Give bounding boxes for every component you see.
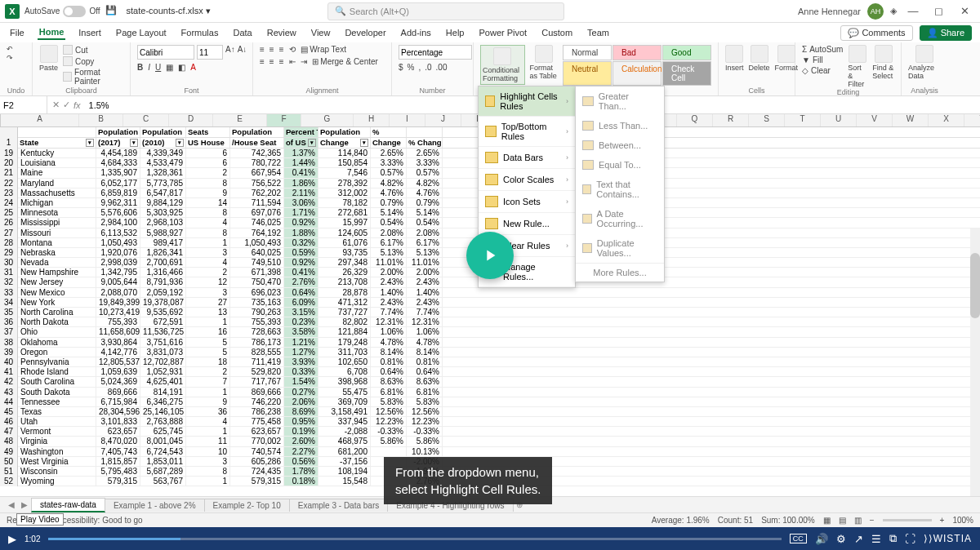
cell[interactable]: 4,454,189: [96, 149, 140, 157]
fullscreen-icon[interactable]: ⛶: [905, 533, 915, 545]
cell[interactable]: 750,470: [230, 277, 284, 286]
cell[interactable]: -37,156: [318, 457, 371, 466]
cell[interactable]: 6.17%: [371, 238, 407, 247]
cell[interactable]: -0.33%: [371, 427, 407, 436]
cell[interactable]: 4.78%: [407, 338, 443, 347]
tab-team[interactable]: Team: [586, 26, 611, 39]
cell[interactable]: 3.33%: [371, 158, 407, 167]
cell[interactable]: 0.59%: [284, 248, 318, 257]
volume-icon[interactable]: 🔊: [815, 533, 828, 545]
cell[interactable]: 124,605: [318, 228, 371, 237]
cell[interactable]: 697,076: [230, 208, 284, 217]
column-header-C[interactable]: C: [123, 114, 169, 126]
cell[interactable]: 0.19%: [284, 427, 318, 436]
minimize-button[interactable]: —: [903, 5, 923, 17]
cell[interactable]: 2.11%: [284, 189, 318, 197]
cell[interactable]: 11.01%: [407, 258, 443, 267]
cell[interactable]: 2.00%: [407, 268, 443, 277]
cell-style-check[interactable]: Check Cell: [662, 61, 711, 86]
cell[interactable]: 0.95%: [284, 417, 318, 426]
filename[interactable]: state-counts-cf.xlsx ▾: [127, 6, 211, 16]
column-header-I[interactable]: I: [390, 114, 425, 126]
cell[interactable]: 742,365: [230, 149, 284, 157]
cell[interactable]: 26,329: [318, 268, 371, 277]
autosave-toggle[interactable]: AutoSave Off: [24, 6, 100, 17]
cell[interactable]: 746,025: [230, 218, 284, 227]
tab-home[interactable]: Home: [38, 25, 66, 40]
view-page-layout-icon[interactable]: ▤: [839, 516, 846, 525]
cell[interactable]: 4,339,349: [140, 149, 186, 157]
comma-icon[interactable]: ,: [418, 63, 421, 72]
currency-icon[interactable]: $: [399, 63, 403, 72]
cell[interactable]: Washington: [18, 447, 96, 456]
cell[interactable]: 8: [186, 467, 230, 476]
cell[interactable]: 2.43%: [407, 277, 443, 286]
conditional-formatting-button[interactable]: Conditional Formatting: [480, 45, 525, 85]
cell[interactable]: 150,854: [318, 158, 371, 167]
cell[interactable]: 3,930,864: [96, 338, 140, 347]
underline-button[interactable]: U: [155, 63, 161, 72]
cell[interactable]: 398,968: [318, 377, 371, 386]
cell[interactable]: 0.18%: [284, 477, 318, 486]
tab-custom[interactable]: Custom: [540, 26, 574, 39]
cell[interactable]: 3: [186, 288, 230, 297]
cell[interactable]: New Hampshire: [18, 268, 96, 277]
cell[interactable]: Louisiana: [18, 158, 96, 167]
cell[interactable]: 2,763,888: [140, 417, 186, 426]
cf-icon-sets[interactable]: Icon Sets›: [479, 191, 575, 213]
cell[interactable]: 5,687,289: [140, 467, 186, 476]
cell[interactable]: Wyoming: [18, 477, 96, 486]
cell[interactable]: 1.40%: [371, 288, 407, 297]
cell[interactable]: 1.54%: [284, 377, 318, 386]
cell[interactable]: 0.27%: [284, 388, 318, 397]
cell[interactable]: 1,316,466: [140, 268, 186, 277]
cell[interactable]: -2,088: [318, 427, 371, 436]
cell[interactable]: 16: [186, 327, 230, 336]
cell[interactable]: 696,023: [230, 288, 284, 297]
cell[interactable]: 5,024,369: [96, 377, 140, 386]
zoom-in-button[interactable]: +: [940, 516, 945, 525]
cell[interactable]: 4,625,401: [140, 377, 186, 386]
percent-icon[interactable]: %: [408, 63, 415, 72]
cell[interactable]: 0.33%: [284, 367, 318, 376]
tab-page-layout[interactable]: Page Layout: [114, 26, 168, 39]
cell[interactable]: 2.43%: [371, 298, 407, 307]
username[interactable]: Anne Hennegar: [798, 7, 861, 16]
cf-color-scales[interactable]: Color Scales›: [479, 169, 575, 191]
font-color-button[interactable]: A: [190, 63, 196, 72]
cell[interactable]: 19,378,087: [140, 298, 186, 307]
cell[interactable]: 12.23%: [371, 417, 407, 426]
cell[interactable]: 2.00%: [371, 268, 407, 277]
table-row[interactable]: 36North Dakota755,393672,5911755,3930.23…: [0, 317, 980, 327]
cell[interactable]: 4,142,776: [96, 348, 140, 357]
cell[interactable]: 2.06%: [284, 397, 318, 406]
column-header-W[interactable]: W: [893, 114, 929, 126]
cell[interactable]: 6,052,177: [96, 179, 140, 188]
align-top-icon[interactable]: ≡: [260, 45, 265, 54]
tab-help[interactable]: Help: [444, 26, 466, 39]
cell[interactable]: 3.33%: [407, 158, 443, 167]
cell[interactable]: 1,335,907: [96, 168, 140, 177]
orientation-icon[interactable]: ⟲: [289, 45, 296, 54]
zoom-level[interactable]: 100%: [952, 516, 973, 525]
cell[interactable]: 6,859,819: [96, 189, 140, 197]
chapters-icon[interactable]: ☰: [871, 533, 881, 545]
tab-data[interactable]: Data: [231, 26, 253, 39]
cell[interactable]: 213,708: [318, 277, 371, 286]
cell[interactable]: 1,050,493: [230, 238, 284, 247]
cell[interactable]: 8.14%: [407, 348, 443, 357]
delete-cells-button[interactable]: Delete: [749, 45, 770, 72]
cell[interactable]: 790,263: [230, 308, 284, 317]
cell[interactable]: 0.64%: [407, 367, 443, 376]
avatar[interactable]: AH: [867, 3, 884, 20]
cell[interactable]: Tennessee: [18, 397, 96, 406]
cell[interactable]: Kentucky: [18, 149, 96, 157]
cell[interactable]: 297,348: [318, 258, 371, 267]
column-header-B[interactable]: B: [79, 114, 123, 126]
cell[interactable]: 2.27%: [284, 447, 318, 456]
cell[interactable]: 5.86%: [371, 437, 407, 446]
cell[interactable]: 4: [186, 258, 230, 267]
column-header-D[interactable]: D: [169, 114, 213, 126]
cell[interactable]: 1,052,931: [140, 367, 186, 376]
cell[interactable]: 11.01%: [371, 258, 407, 267]
